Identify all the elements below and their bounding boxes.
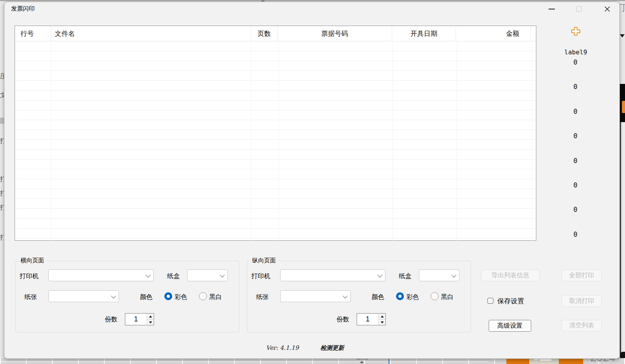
maximize-icon: [576, 6, 582, 12]
counter-value: 0: [570, 206, 581, 214]
print-all-button[interactable]: 全部打印: [562, 269, 602, 281]
chevron-down-icon: [111, 293, 116, 298]
counter-value: 0: [570, 157, 581, 165]
printer-label: 打印机: [20, 272, 39, 280]
label9-text: label9: [562, 48, 589, 56]
copies-value: 1: [357, 314, 378, 325]
chevron-down-icon: [452, 272, 457, 277]
radio-color-label: 彩色: [406, 293, 419, 301]
landscape-group-title: 横向页面: [19, 257, 46, 264]
advanced-settings-button[interactable]: 高级设置: [489, 320, 531, 332]
portrait-tray-select[interactable]: [419, 269, 459, 281]
tray-label: 纸盒: [399, 272, 411, 280]
landscape-paper-select[interactable]: [48, 290, 119, 302]
triangle-down-icon: [381, 321, 384, 323]
landscape-copies-stepper[interactable]: 1: [125, 313, 154, 325]
radio-bw-label: 黑白: [209, 293, 222, 301]
copies-value: 1: [125, 314, 147, 325]
radio-bw[interactable]: [199, 292, 207, 300]
save-settings-checkbox[interactable]: [487, 298, 493, 304]
minimize-icon: [549, 9, 555, 9]
clear-list-button[interactable]: 清空列表: [562, 320, 602, 331]
version-text: Ver: 4.1.19: [266, 344, 299, 351]
counter-value: 0: [570, 181, 581, 189]
close-button[interactable]: [600, 3, 614, 15]
window-title: 发票闪印: [11, 5, 35, 13]
triangle-down-icon: [149, 321, 152, 323]
portrait-group-title: 纵向页面: [251, 257, 277, 264]
tray-label: 纸盒: [167, 272, 180, 280]
landscape-tray-select[interactable]: [187, 269, 228, 281]
column-divider: [457, 41, 457, 241]
radio-bw-label: 黑白: [441, 293, 454, 301]
counter-value: 0: [570, 132, 581, 140]
paper-label: 纸张: [24, 293, 37, 301]
radio-bw[interactable]: [431, 292, 439, 300]
spinner-down-button[interactable]: [379, 319, 385, 325]
radio-color-label: 彩色: [175, 293, 187, 301]
column-header-row-number: 行号: [15, 26, 51, 41]
plus-icon: [571, 27, 580, 36]
radio-dot: [398, 295, 402, 298]
color-label: 颜色: [372, 293, 384, 301]
triangle-up-icon: [381, 316, 384, 318]
column-divider: [251, 41, 252, 241]
column-divider: [51, 41, 52, 241]
printer-label: 打印机: [251, 272, 270, 280]
counter-value: 0: [570, 230, 581, 238]
portrait-printer-select[interactable]: [280, 269, 385, 281]
counter-value: 0: [570, 83, 581, 91]
column-divider: [278, 41, 279, 241]
radio-dot: [167, 295, 170, 298]
chevron-down-icon: [378, 272, 383, 277]
file-list-table: 行号 文件名 页数 票据号码 开具日期 金额: [15, 26, 536, 241]
portrait-paper-select[interactable]: [280, 290, 351, 302]
radio-color-selected[interactable]: [396, 292, 404, 300]
check-update-link[interactable]: 检测更新: [320, 344, 344, 352]
counter-value: 0: [570, 58, 581, 66]
paper-label: 纸张: [256, 293, 269, 301]
add-file-button[interactable]: [571, 27, 580, 36]
radio-color-selected[interactable]: [164, 292, 172, 300]
minimize-button[interactable]: [545, 3, 559, 15]
column-header-filename: 文件名: [51, 26, 251, 41]
chevron-down-icon: [343, 293, 348, 298]
close-icon: [604, 6, 610, 12]
color-label: 颜色: [140, 293, 153, 301]
column-header-issue-date: 开具日期: [392, 26, 456, 41]
column-divider: [532, 41, 532, 241]
copies-label: 份数: [337, 316, 349, 324]
chevron-down-icon: [220, 272, 225, 277]
copies-label: 份数: [105, 316, 117, 324]
counter-value: 0: [570, 108, 581, 115]
export-list-button[interactable]: 导出列表信息: [481, 269, 539, 281]
maximize-button[interactable]: [572, 3, 586, 15]
cancel-print-button[interactable]: 取消打印: [562, 295, 602, 307]
screen: 压 文 打 打 打 打 打 丁 金额 2024-0 发票闪印: [0, 0, 625, 364]
spinner-down-button[interactable]: [147, 319, 154, 325]
table-body-empty[interactable]: [15, 41, 536, 241]
triangle-up-icon: [149, 316, 152, 318]
column-header-spacer: [531, 26, 536, 41]
spinner-up-button[interactable]: [379, 314, 385, 319]
save-settings-label: 保存设置: [497, 297, 524, 306]
portrait-copies-stepper[interactable]: 1: [357, 313, 386, 325]
column-header-invoice-number: 票据号码: [278, 26, 392, 41]
column-header-amount: 金额: [456, 26, 531, 41]
spinner-up-button[interactable]: [147, 314, 154, 319]
chevron-down-icon: [146, 272, 151, 277]
column-divider: [392, 41, 393, 241]
table-header-row: 行号 文件名 页数 票据号码 开具日期 金额: [15, 26, 536, 41]
column-header-pages: 页数: [251, 26, 278, 41]
landscape-printer-select[interactable]: [48, 269, 154, 281]
